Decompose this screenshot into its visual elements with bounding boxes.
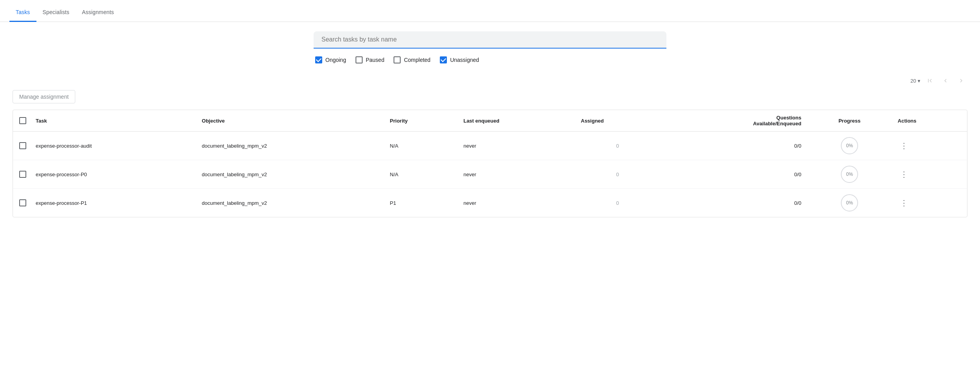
progress-badge: 0% — [841, 137, 858, 154]
tab-assignments[interactable]: Assignments — [76, 3, 120, 22]
cell-actions: ⋮ — [891, 160, 967, 189]
main-content: Ongoing Paused Completed Unassigned 20 ▾ — [0, 22, 980, 227]
manage-assignment-button[interactable]: Manage assignment — [13, 90, 75, 103]
col-assigned: Assigned — [575, 110, 661, 132]
cell-priority: N/A — [384, 132, 457, 160]
progress-badge: 0% — [841, 194, 858, 211]
filter-ongoing[interactable]: Ongoing — [315, 56, 346, 63]
per-page-value: 20 — [911, 78, 916, 84]
cell-task: expense-processor-P1 — [29, 189, 196, 217]
checkbox-ongoing[interactable] — [315, 56, 322, 63]
per-page-dropdown-icon: ▾ — [918, 78, 920, 84]
filter-ongoing-label: Ongoing — [325, 57, 346, 63]
table-row: expense-processor-P1 document_labeling_m… — [13, 189, 967, 217]
row-checkbox[interactable] — [19, 199, 26, 206]
search-container — [314, 31, 666, 49]
cell-progress: 0% — [808, 132, 891, 160]
table-row: expense-processor-P0 document_labeling_m… — [13, 160, 967, 189]
filter-unassigned[interactable]: Unassigned — [440, 56, 479, 63]
cell-objective: document_labeling_mpm_v2 — [196, 189, 384, 217]
cell-objective: document_labeling_mpm_v2 — [196, 160, 384, 189]
cell-priority: N/A — [384, 160, 457, 189]
search-input[interactable] — [321, 36, 659, 43]
cell-progress: 0% — [808, 189, 891, 217]
col-last-enqueued: Last enqueued — [457, 110, 575, 132]
tabs-bar: Tasks Specialists Assignments — [0, 0, 980, 22]
tab-specialists[interactable]: Specialists — [36, 3, 76, 22]
cell-task: expense-processor-P0 — [29, 160, 196, 189]
filter-unassigned-label: Unassigned — [450, 57, 479, 63]
col-progress: Progress — [808, 110, 891, 132]
filter-completed-label: Completed — [404, 57, 430, 63]
actions-menu-button[interactable]: ⋮ — [898, 139, 910, 152]
filter-paused[interactable]: Paused — [356, 56, 384, 63]
table-row: expense-processor-audit document_labelin… — [13, 132, 967, 160]
select-all-header — [13, 110, 29, 132]
cell-last-enqueued: never — [457, 132, 575, 160]
cell-last-enqueued: never — [457, 189, 575, 217]
pagination-row: 20 ▾ — [13, 71, 967, 90]
checkbox-unassigned[interactable] — [440, 56, 447, 63]
cell-task: expense-processor-audit — [29, 132, 196, 160]
cell-questions: 0/0 — [661, 132, 808, 160]
col-questions: QuestionsAvailable/Enqueued — [661, 110, 808, 132]
checkbox-paused[interactable] — [356, 56, 363, 63]
col-priority: Priority — [384, 110, 457, 132]
cell-priority: P1 — [384, 189, 457, 217]
select-all-checkbox[interactable] — [19, 117, 26, 124]
row-checkbox-cell — [13, 160, 29, 189]
cell-assigned: 0 — [575, 132, 661, 160]
col-objective: Objective — [196, 110, 384, 132]
cell-questions: 0/0 — [661, 189, 808, 217]
filters-container: Ongoing Paused Completed Unassigned — [314, 56, 666, 63]
pagination-next-button[interactable] — [955, 74, 967, 87]
tab-tasks[interactable]: Tasks — [9, 3, 36, 22]
filter-completed[interactable]: Completed — [394, 56, 430, 63]
pagination-first-button[interactable] — [924, 74, 936, 87]
progress-badge: 0% — [841, 166, 858, 183]
row-checkbox[interactable] — [19, 142, 26, 149]
per-page-select[interactable]: 20 ▾ — [911, 78, 920, 84]
col-actions: Actions — [891, 110, 967, 132]
cell-assigned: 0 — [575, 160, 661, 189]
cell-questions: 0/0 — [661, 160, 808, 189]
row-checkbox[interactable] — [19, 171, 26, 178]
cell-last-enqueued: never — [457, 160, 575, 189]
filter-paused-label: Paused — [366, 57, 384, 63]
cell-actions: ⋮ — [891, 189, 967, 217]
row-checkbox-cell — [13, 132, 29, 160]
actions-menu-button[interactable]: ⋮ — [898, 168, 910, 181]
checkbox-completed[interactable] — [394, 56, 401, 63]
actions-menu-button[interactable]: ⋮ — [898, 197, 910, 209]
tasks-table: Task Objective Priority Last enqueued As… — [13, 110, 967, 217]
col-task: Task — [29, 110, 196, 132]
cell-progress: 0% — [808, 160, 891, 189]
cell-actions: ⋮ — [891, 132, 967, 160]
cell-assigned: 0 — [575, 189, 661, 217]
pagination-prev-button[interactable] — [939, 74, 952, 87]
cell-objective: document_labeling_mpm_v2 — [196, 132, 384, 160]
row-checkbox-cell — [13, 189, 29, 217]
